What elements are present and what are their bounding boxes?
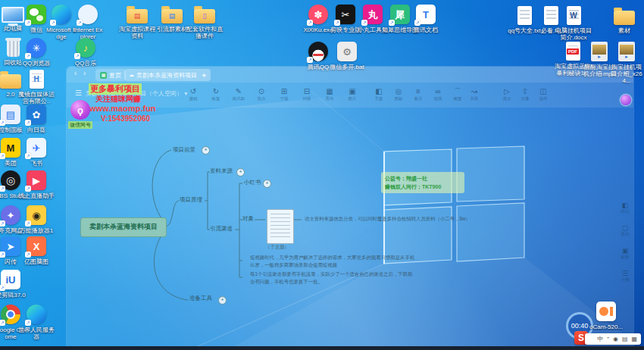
- desktop-icon-mojing-doc[interactable]: H魔镜自媒体运营有限公..: [17, 70, 56, 105]
- mindmap-node-target[interactable]: 对象: [242, 215, 254, 222]
- mindmap-node-tools[interactable]: 准备工具: [189, 295, 212, 302]
- document-title[interactable]: 卖剧本杀蓝海资料项目（个人空间） ▾: [86, 89, 187, 98]
- maximize-button[interactable]: ▢: [611, 70, 617, 77]
- toolbar-button-关联[interactable]: ↝关联: [465, 87, 483, 101]
- mindmap-node-prospect[interactable]: 项目前景: [173, 146, 195, 153]
- mindmap-node-channel[interactable]: 引流渠道: [210, 225, 233, 232]
- close-window-button[interactable]: ×: [624, 70, 627, 77]
- toolbar-button-焦点[interactable]: ⊙焦点: [252, 87, 270, 101]
- shortcut-arrow-icon: [0, 153, 5, 159]
- toolbar-label: 协作: [534, 96, 552, 101]
- mindmap-node-source[interactable]: 资料来源: [210, 167, 233, 174]
- desktop-icon-ocam[interactable]: oCam-520...: [588, 302, 624, 330]
- nav-forward-icon[interactable]: ›: [83, 69, 86, 77]
- ime-punct-icon[interactable]: ”: [607, 336, 609, 342]
- minimize-button[interactable]: —: [597, 70, 603, 77]
- desktop-icon-universal-player[interactable]: ◉万能播放器1: [17, 205, 55, 234]
- toolbar-button-演示[interactable]: ▷演示: [498, 87, 516, 101]
- desktop-icon-qq-music[interactable]: ♪QQ音乐: [68, 38, 103, 67]
- user-avatar[interactable]: [621, 95, 631, 105]
- toolbar-button-恢复[interactable]: ↻恢复: [207, 87, 225, 101]
- toolbar-button-主题[interactable]: ◧主题: [370, 87, 388, 101]
- toolbar-button-链接[interactable]: ∞链接: [429, 87, 447, 101]
- toolbar-icon: ⇪: [516, 87, 534, 95]
- collapse-badge-icon[interactable]: +: [263, 180, 271, 188]
- guaji-x264-mp4-icon: ▸: [618, 42, 635, 61]
- toolbar-button-图标[interactable]: ◎图标: [389, 87, 408, 101]
- collapse-badge-icon[interactable]: +: [202, 146, 210, 155]
- tab-document[interactable]: ☁ 卖剧本杀蓝海资料项目 ×: [124, 69, 211, 81]
- shortcut-arrow-icon: [0, 186, 5, 192]
- desktop-icon-material-folder[interactable]: 素材: [607, 6, 642, 34]
- home-icon: ▦: [100, 72, 107, 79]
- desktop-icon-project-intro-docx[interactable]: W电脑挂机项目简介.docx: [554, 6, 593, 41]
- shortcut-arrow-icon: [25, 120, 31, 126]
- mindmap-node-text-3[interactable]: 每1个引流渠道都要有手机流量，实际少了一个适合自己的渠道之后，下载都会有问题，手…: [250, 270, 415, 285]
- toolbar-icon: ⊞: [275, 87, 293, 95]
- tab-home[interactable]: ▦ 首页: [95, 69, 126, 81]
- desktop-icon-qq-browser[interactable]: ✳QQ浏览器: [19, 38, 54, 67]
- toolbar-button-概要[interactable]: ⌒概要: [449, 87, 467, 101]
- collapse-badge-icon[interactable]: +: [236, 168, 245, 177]
- desktop-icon-tencent-docs[interactable]: T腾讯文档: [408, 5, 443, 33]
- mindmap-node-root[interactable]: 卖剧本杀蓝海资料项目: [80, 217, 167, 237]
- ocam-icon: [596, 302, 616, 321]
- desktop-icon-label: 飞书: [19, 160, 54, 167]
- toolbar-icon: ▦: [320, 87, 339, 95]
- shortcut-arrow-icon: [25, 153, 31, 159]
- desktop-icon-software-courseware-folder[interactable]: ▯配套软件和直播课件: [184, 5, 225, 39]
- mindmap-node-text-1[interactable]: 语文资料来源信息分类，可以同时覆盖多种会校招聘人员资料（小二号，8w）: [305, 215, 555, 223]
- toolbar-button-同级[interactable]: ⊟同级: [298, 87, 316, 101]
- desktop-icon-iu-jianji[interactable]: iU爱剪辑37.0: [0, 270, 29, 298]
- desktop-icon-live-assistant[interactable]: ▶线上直播助手: [17, 170, 55, 199]
- desktop-icon-label: QQ浏览器: [19, 60, 54, 67]
- wechat-multi-bat-icon: ⚙: [337, 42, 357, 61]
- toolbar-button-画布[interactable]: ▦画布: [320, 87, 339, 101]
- mindmap-image-node[interactable]: [267, 209, 294, 244]
- zhixi-mindmap-icon: 犀: [390, 5, 410, 24]
- desktop-icon-feishu[interactable]: ✈飞书: [19, 138, 54, 167]
- toolbar-button-协作[interactable]: ◫协作: [534, 87, 552, 101]
- new-tab-button[interactable]: ＋: [200, 70, 208, 80]
- toolbar-button-格式刷[interactable]: ✎格式刷: [230, 87, 248, 101]
- shortcut-arrow-icon: [307, 57, 313, 63]
- side-tool-样式[interactable]: ◧样式: [617, 202, 633, 214]
- desktop-icon-world-server[interactable]: 世界人民服务器: [18, 305, 55, 340]
- menu-icon[interactable]: ☰: [75, 89, 82, 97]
- side-tool-贴纸[interactable]: ▣贴纸: [617, 247, 633, 259]
- nav-back-icon[interactable]: ‹: [74, 69, 77, 77]
- desktop-icon-sunflower-remote[interactable]: ✿向日葵: [19, 105, 54, 133]
- ime-lang-icon[interactable]: 中: [597, 336, 603, 342]
- desktop-icon-internet-explorer[interactable]: Internet Explorer: [72, 5, 104, 40]
- ime-mic-icon[interactable]: ◉: [613, 336, 618, 342]
- taskbar[interactable]: [0, 346, 644, 350]
- promo-watermark-green: 公益号：翔盛一社 赚钱双人同行：TKT900: [381, 172, 464, 193]
- side-tool-大纲[interactable]: ☰大纲: [617, 270, 633, 282]
- desktop-icon-yitu-mindmaster[interactable]: X亿图脑图: [19, 236, 54, 265]
- collapse-badge-icon[interactable]: +: [218, 296, 227, 305]
- toolbar-label: 演示: [498, 96, 516, 101]
- ime-toolbox-icon[interactable]: ▦: [631, 336, 637, 342]
- desktop-icon-label: 素材: [607, 27, 642, 34]
- toolbar-button-撤销[interactable]: ↺撤销: [184, 87, 202, 101]
- jianying-pro-icon: ✂: [336, 5, 355, 24]
- side-tool-label: 样式: [617, 209, 633, 214]
- desktop-icon-taobao-course-folder[interactable]: ▤淘宝虚拟课程资料: [117, 5, 157, 39]
- toolbar-button-备注[interactable]: ≡备注: [409, 87, 427, 101]
- toolbar-button-分享[interactable]: ⇪分享: [516, 87, 534, 101]
- shortcut-arrow-icon: [334, 20, 340, 26]
- toolbar-button-图片[interactable]: ▣图片: [343, 87, 361, 101]
- mindmap-node-principle[interactable]: 项目原理: [180, 196, 202, 203]
- side-tool-icon: ▣: [617, 247, 633, 255]
- side-tool-画布[interactable]: ▢画布: [617, 224, 633, 236]
- watermark-line: 微信同号: [68, 121, 92, 129]
- shortcut-arrow-icon: [25, 252, 31, 258]
- material-folder-icon: [614, 11, 635, 25]
- toolbar-button-子级[interactable]: ⊞子级: [275, 87, 293, 101]
- mindmap-node-xiaohongshu[interactable]: 小红书: [244, 179, 261, 186]
- mindmap-node-subtopic[interactable]: （子主题）: [265, 244, 289, 250]
- desktop-icon-label: 万能播放器1: [17, 227, 55, 234]
- mindmap-node-text-2[interactable]: 短视频时代，几乎为用户解决了选择的需求，大家更多的观看习惯都是从手机出发，一般很…: [250, 254, 418, 268]
- toolbar-icon: ⊙: [252, 87, 270, 95]
- ime-keyboard-icon[interactable]: ▤: [622, 336, 628, 342]
